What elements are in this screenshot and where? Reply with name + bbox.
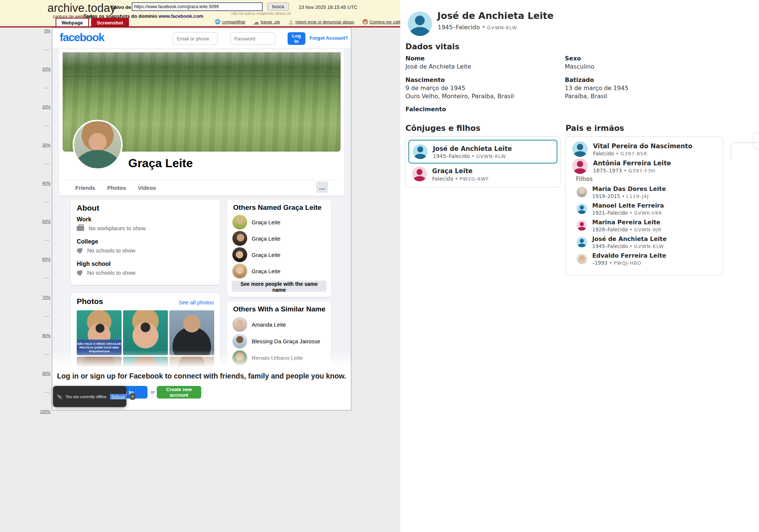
selected-person-row[interactable]: José de Anchieta Leite1945–Falecido • GV… — [408, 140, 557, 163]
family-member-text: Edvaldo Ferreira Leite–1993 • PWQJ-HBD — [592, 252, 666, 266]
ruler-label-20%[interactable]: 20% — [35, 105, 50, 109]
ruler-label-90%[interactable]: 90% — [35, 371, 50, 376]
ruler-label-70%[interactable]: 70% — [35, 295, 50, 300]
person-detail: Falecido • G397-85R — [593, 151, 692, 156]
see-more-button[interactable]: See more people with the same name — [232, 281, 327, 292]
ruler-label-0%[interactable]: 0% — [35, 29, 50, 33]
person-name: Maria Das Dores Leite — [592, 185, 666, 193]
tab-videos[interactable]: Videos — [137, 182, 157, 193]
ruler-label-80%[interactable]: 80% — [35, 333, 50, 338]
family-member-text: Manoel Leite Ferreira1921–Falecido • GVW… — [592, 202, 664, 216]
about-empty-row: No schools to show — [77, 270, 135, 276]
parents-card: Filhos Vital Pereira do NascimentoFaleci… — [565, 136, 723, 276]
family-member-row[interactable]: Marina Pereira Leite1928–Falecida • GVWN… — [577, 218, 662, 232]
person-photo — [232, 231, 247, 246]
person-id: L119-J4J — [626, 194, 649, 199]
toolbar-link-report[interactable]: ☀report errar or denunciar abuso — [288, 19, 354, 24]
family-member-row[interactable]: Manoel Leite Ferreira1921–Falecido • GVW… — [577, 202, 664, 216]
photos-title: Photos — [77, 297, 103, 306]
ruler-label-40%[interactable]: 40% — [35, 181, 50, 185]
login-button[interactable]: Log In — [288, 32, 305, 45]
ruler-label-10%[interactable]: 10% — [35, 67, 50, 71]
person-name: Marina Pereira Leite — [592, 218, 662, 227]
person-name: José de Anchieta Leite — [437, 10, 554, 21]
offline-message: You are currently offline. — [66, 394, 107, 399]
family-member-row[interactable]: José de Anchieta Leite1945–Falecido • GV… — [577, 235, 667, 249]
vital-label-batizado: Batizado — [565, 76, 594, 83]
vital-value: 9 de março de 1945 — [405, 85, 465, 92]
vital-value: Ouro Velho, Monteiro, Paraíba, Brasil — [405, 93, 514, 100]
tab-photos[interactable]: Photos — [106, 182, 127, 193]
person-photo — [232, 215, 247, 229]
family-member-row[interactable]: Edvaldo Ferreira Leite–1993 • PWQJ-HBD — [577, 252, 666, 266]
ruler-tick — [44, 88, 49, 88]
family-member-text: Antônia Ferreira Leite1875–1973 • G397-F… — [593, 159, 671, 174]
toolbar-link-coffee[interactable]: ☕Compra me café — [362, 19, 401, 24]
email-field[interactable] — [173, 32, 218, 45]
toolbar-link-download-zip[interactable]: ☁baixar .zip — [253, 19, 280, 24]
ruler-tick — [44, 240, 49, 241]
family-member-row[interactable]: Maria Das Dores Leite1919–2015 • L119-J4… — [577, 185, 666, 199]
ruler-label-60%[interactable]: 60% — [35, 257, 50, 261]
profile-picture[interactable] — [73, 120, 123, 170]
ruler-label-50%[interactable]: 50% — [35, 219, 50, 224]
photo-overlay-line: PROTEJA QUEM VOCÊ AMA — [77, 346, 122, 349]
ruler-tick — [44, 392, 49, 393]
archive-logo[interactable]: archive.today — [47, 1, 116, 15]
spouses-card: José de Anchieta Leite1945–Falecido • GV… — [405, 136, 561, 188]
family-member-text: José de Anchieta Leite1945–Falecido • GV… — [433, 144, 512, 159]
person-lifespan: 1945–Falecido — [438, 24, 480, 31]
ruler-tick — [44, 278, 49, 278]
person-photo — [232, 317, 247, 332]
male-avatar — [572, 141, 588, 157]
person-name: Graça Leite — [252, 235, 281, 242]
person-name: Amanda Leite — [252, 321, 286, 328]
divider — [63, 180, 340, 181]
vital-value: Paraíba, Brasil — [565, 93, 607, 100]
person-photo — [232, 264, 247, 278]
photo-tile[interactable]: NÃO FAÇA O VÍRUS CIRCULARPROTEJA QUEM VO… — [77, 310, 122, 355]
similar-name-person[interactable]: Blessing Da Graça Jairosse — [232, 334, 320, 348]
password-field[interactable] — [230, 32, 275, 45]
person-name: Vital Pereira do Nascimento — [593, 142, 692, 151]
similar-name-person[interactable]: Amanda Leite — [232, 317, 286, 332]
family-member-row[interactable]: Antônia Ferreira Leite1875–1973 • G397-F… — [572, 158, 671, 174]
ruler-tick — [44, 126, 49, 126]
family-member-text: Vital Pereira do NascimentoFalecido • G3… — [593, 142, 692, 157]
person-detail: 1945–Falecido • GVWN-KLW — [592, 243, 667, 249]
ruler-label-100%[interactable]: 100% — [35, 409, 50, 414]
refresh-link[interactable]: Refresh — [110, 394, 127, 399]
capture-timestamp: 23 Nov 2025 16:15:45 UTC — [299, 4, 357, 10]
person-name: Antônia Ferreira Leite — [593, 159, 671, 168]
domain-link[interactable]: www.facebook.com — [159, 13, 203, 19]
tab-friends[interactable]: Friends — [74, 182, 96, 193]
same-name-person[interactable]: Graça Leite — [232, 264, 281, 278]
person-id: G397-F3H — [628, 168, 655, 174]
children-label: Filhos — [576, 175, 593, 182]
busca-button[interactable]: busca — [268, 3, 289, 11]
archive-url-input[interactable] — [132, 3, 262, 11]
vital-label-falecimento: Falecimento — [405, 106, 446, 113]
person-detail: 1875–1973 • G397-F3H — [593, 168, 671, 174]
vital-value: Masculino — [565, 63, 594, 70]
facebook-logo[interactable]: facebook — [60, 31, 104, 44]
same-name-person[interactable]: Graça Leite — [232, 247, 281, 262]
photo-tile[interactable] — [169, 310, 214, 355]
create-account-button[interactable]: Create new account — [157, 386, 201, 399]
toolbar-link-share[interactable]: <compartilhar — [215, 19, 245, 24]
photo-tile[interactable] — [123, 310, 168, 355]
same-name-person[interactable]: Graça Leite — [232, 231, 281, 246]
family-member-row[interactable]: Vital Pereira do NascimentoFalecido • G3… — [572, 141, 692, 157]
spouses-section-title: Cônjuges e filhos — [405, 124, 480, 133]
same-name-person[interactable]: Graça Leite — [232, 215, 281, 229]
more-options-button[interactable]: ... — [316, 182, 328, 193]
see-all-photos-link[interactable]: See all photos — [179, 299, 214, 305]
female-avatar — [412, 166, 427, 181]
about-title: About — [77, 204, 99, 212]
ruler-tick — [44, 354, 49, 355]
family-member-row[interactable]: Graça LeiteFalecida • PW2G-6WF — [412, 166, 489, 182]
profile-nav-tabs: FriendsPhotosVideos — [74, 182, 157, 193]
forgot-account-link[interactable]: Forgot Account? — [309, 35, 348, 41]
ruler-label-30%[interactable]: 30% — [35, 143, 50, 147]
about-empty-text: No schools to show — [87, 270, 135, 276]
